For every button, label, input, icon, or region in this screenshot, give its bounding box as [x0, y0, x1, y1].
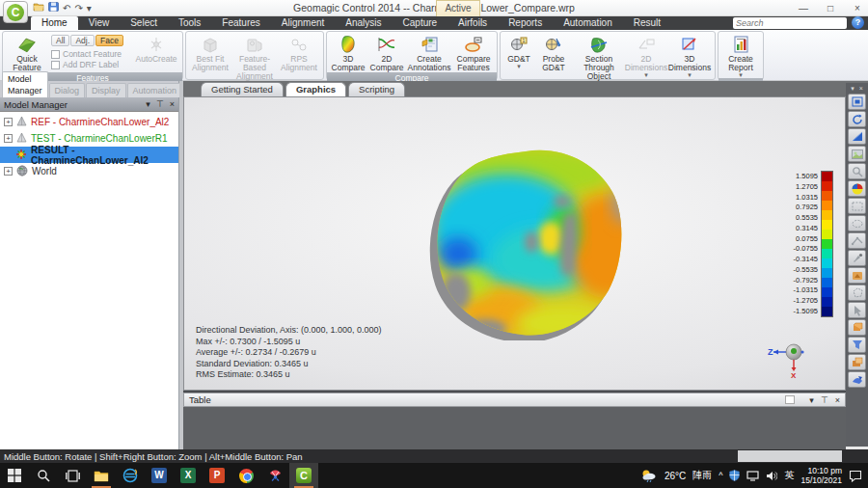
menu-tab-automation[interactable]: Automation	[553, 16, 623, 30]
table-pin-icon[interactable]: ⊤	[821, 395, 828, 405]
rps-alignment-button[interactable]: RPS Alignment	[277, 33, 321, 81]
input-language-indicator[interactable]: 英	[784, 469, 794, 482]
filter-adj-button[interactable]: Adj.	[70, 35, 95, 46]
rotate-view-button[interactable]	[848, 111, 866, 127]
rectangle-select-button[interactable]	[848, 198, 866, 214]
weather-desc[interactable]: 陣雨	[692, 469, 712, 482]
capture-image-button[interactable]	[848, 146, 866, 162]
autocreate-button[interactable]: AutoCreate	[132, 33, 180, 72]
word-button[interactable]: W	[145, 463, 174, 488]
create-annotations-button[interactable]: Create Annotations	[406, 33, 452, 72]
tab-getting-started[interactable]: Getting Started	[201, 82, 284, 96]
expand-icon[interactable]: +	[4, 118, 13, 126]
taskbar-clock[interactable]: 10:10 pm 15/10/2021	[800, 466, 842, 485]
menu-tab-features[interactable]: Features	[211, 16, 270, 30]
menu-tab-home[interactable]: Home	[31, 16, 78, 30]
fan-app-button[interactable]	[260, 463, 289, 488]
task-view-button[interactable]	[58, 463, 87, 488]
shaded-view-button[interactable]	[848, 128, 866, 145]
tree-item-result[interactable]: RESULT - CharmineChanLower_Al2	[0, 147, 178, 163]
toolbar-close-icon[interactable]: ×	[859, 85, 863, 92]
weather-icon[interactable]	[640, 469, 658, 482]
2d-dimensions-button[interactable]: 2D Dimensions ▾	[626, 33, 666, 81]
action-center-icon[interactable]	[849, 470, 862, 482]
add-drf-label-checkbox[interactable]	[51, 61, 60, 69]
select-through-button[interactable]	[848, 337, 866, 353]
taskbar-search-button[interactable]	[29, 463, 58, 488]
polygon-select-button[interactable]	[848, 285, 866, 301]
panel-tab-dialog[interactable]: Dialog	[49, 83, 86, 97]
create-report-button[interactable]: Create Report ▾	[720, 33, 761, 78]
compare-features-button[interactable]: Compare Features	[452, 33, 495, 72]
filter-all-button[interactable]: All	[51, 35, 69, 46]
active-contextual-tab[interactable]: Active	[436, 0, 480, 16]
lasso-select-button[interactable]	[848, 215, 866, 231]
menu-tab-tools[interactable]: Tools	[168, 16, 211, 30]
contact-feature-checkbox[interactable]	[51, 50, 60, 59]
3d-compare-button[interactable]: 3D Compare	[329, 33, 367, 72]
menu-tab-capture[interactable]: Capture	[393, 16, 448, 30]
fit-view-button[interactable]	[848, 94, 866, 110]
defender-shield-icon[interactable]	[729, 470, 740, 481]
panel-tab-automation[interactable]: Automation	[127, 83, 183, 97]
search-input[interactable]	[733, 18, 852, 28]
3d-dimensions-dropdown-icon[interactable]: ▾	[688, 72, 692, 78]
table-menu-icon[interactable]: ▾	[809, 395, 814, 405]
table-panel-button[interactable]	[785, 395, 795, 404]
close-button[interactable]: ×	[851, 3, 864, 14]
section-through-object-button[interactable]: Section Through Object	[572, 33, 626, 81]
app-menu-button[interactable]: C	[3, 1, 28, 23]
graphics-viewport[interactable]: 1.5095 1.2705 1.0315 0.7925 0.5535 0.314…	[183, 96, 846, 391]
quick-feature-button[interactable]: Quick Feature	[5, 33, 49, 72]
network-icon[interactable]	[746, 471, 759, 481]
pointer-select-button[interactable]	[848, 302, 866, 318]
backface-mode-button[interactable]	[848, 354, 866, 370]
panel-close-icon[interactable]: ×	[170, 99, 175, 109]
tab-scripting[interactable]: Scripting	[348, 82, 405, 96]
panel-menu-icon[interactable]: ▾	[146, 99, 150, 109]
table-panel-body[interactable]	[183, 407, 846, 449]
maximize-button[interactable]: □	[824, 3, 837, 14]
filter-face-button[interactable]: Face	[95, 35, 123, 46]
2d-compare-button[interactable]: 2D Compare	[367, 33, 406, 72]
zoom-window-button[interactable]	[848, 163, 866, 179]
color-display-button[interactable]	[848, 180, 866, 197]
tab-graphics[interactable]: Graphics	[285, 82, 346, 96]
line-select-button[interactable]	[848, 232, 866, 249]
panel-tab-model-manager[interactable]: Model Manager	[2, 71, 48, 97]
feature-based-alignment-button[interactable]: Feature-Based Alignment	[232, 33, 277, 81]
panel-pin-icon[interactable]: ⊤	[156, 99, 164, 109]
gdt-dropdown-icon[interactable]: ▾	[517, 64, 521, 69]
expand-icon[interactable]: +	[4, 134, 13, 143]
speaker-icon[interactable]	[766, 471, 777, 481]
tray-expand-icon[interactable]: ^	[719, 471, 722, 480]
gdt-button[interactable]: 1 GD&T ▾	[502, 33, 535, 81]
powerpoint-button[interactable]: P	[203, 463, 231, 488]
probe-gdt-button[interactable]: Probe GD&T	[535, 33, 572, 81]
menu-tab-select[interactable]: Select	[120, 16, 168, 30]
custom-region-button[interactable]	[848, 267, 866, 284]
menu-tab-reports[interactable]: Reports	[498, 16, 553, 30]
chrome-button[interactable]	[231, 463, 260, 488]
file-explorer-button[interactable]	[87, 463, 116, 488]
brush-select-button[interactable]	[848, 250, 866, 266]
menu-tab-airfoils[interactable]: Airfoils	[448, 16, 498, 30]
menu-tab-view[interactable]: View	[78, 16, 121, 30]
menu-tab-result[interactable]: Result	[623, 16, 671, 30]
tree-item-ref[interactable]: + REF - CharmineChanLower_Al2	[0, 114, 178, 130]
flip-normals-button[interactable]	[848, 371, 866, 388]
menu-tab-analysis[interactable]: Analysis	[335, 16, 392, 30]
excel-button[interactable]: X	[174, 463, 203, 488]
minimize-button[interactable]: —	[797, 3, 810, 14]
weather-temp[interactable]: 26°C	[665, 471, 686, 481]
panel-tab-display[interactable]: Display	[86, 83, 126, 97]
internet-explorer-button[interactable]	[116, 463, 145, 488]
select-visible-button[interactable]	[848, 319, 866, 336]
best-fit-alignment-button[interactable]: Best Fit Alignment	[188, 33, 232, 81]
3d-dimensions-button[interactable]: 3D Dimensions ▾	[666, 33, 713, 81]
toolbar-collapse-icon[interactable]: ▾	[851, 85, 854, 92]
tree-item-world[interactable]: + World	[0, 163, 178, 179]
geomagic-taskbar-button[interactable]: C	[289, 463, 318, 488]
3d-deviation-model[interactable]	[418, 146, 641, 340]
expand-icon[interactable]: +	[4, 167, 13, 176]
